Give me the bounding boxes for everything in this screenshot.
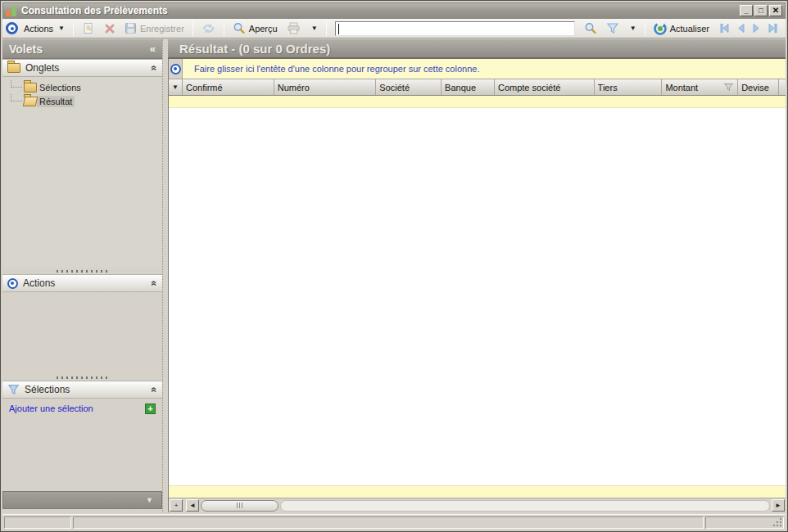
- panel-header-actions[interactable]: Actions «: [2, 274, 162, 292]
- folder-icon: [7, 63, 20, 73]
- collapse-panel-icon[interactable]: «: [149, 65, 161, 71]
- save-floppy-icon: [125, 22, 137, 34]
- first-record-icon[interactable]: [718, 23, 731, 34]
- tree-item-resultat[interactable]: Résultat: [11, 94, 162, 108]
- chevron-down-icon: ▼: [58, 25, 65, 32]
- print-button[interactable]: [283, 20, 304, 36]
- result-pane: Résultat - (0 sur 0 Ordres) Faire glisse…: [168, 39, 786, 512]
- sync-button[interactable]: [198, 20, 219, 36]
- column-header-numero[interactable]: Numéro: [274, 79, 377, 95]
- printer-icon: [287, 22, 301, 34]
- grid-filter-row[interactable]: [169, 96, 786, 108]
- filter-button[interactable]: [603, 20, 623, 36]
- delete-button[interactable]: [101, 21, 119, 36]
- chevron-down-icon: ▼: [146, 496, 153, 504]
- column-header-societe[interactable]: Société: [376, 79, 442, 95]
- toolbar: Actions ▼ Enregistrer: [2, 19, 786, 38]
- save-button[interactable]: Enregistrer: [121, 20, 188, 36]
- delete-x-icon: [104, 23, 115, 34]
- grid-header-row: ▼ Confirmé Numéro Société Banque Compte …: [169, 79, 786, 96]
- selections-panel-body: [2, 418, 162, 491]
- last-record-icon[interactable]: [767, 23, 779, 34]
- volets-title: Volets: [9, 43, 150, 56]
- panel-header-onglets[interactable]: Onglets «: [2, 59, 162, 77]
- add-selection-link[interactable]: Ajouter une sélection: [9, 404, 145, 413]
- scrollbar-track[interactable]: [280, 500, 770, 512]
- group-by-panel: Faire glisser ici l'entête d'une colonne…: [169, 59, 786, 79]
- grid-new-row[interactable]: [169, 485, 786, 498]
- column-header-confirme[interactable]: Confirmé: [183, 79, 274, 95]
- sidebar-splitter[interactable]: [162, 39, 168, 512]
- collapse-panel-icon[interactable]: «: [149, 387, 161, 393]
- grid-bullseye-icon: [170, 64, 181, 74]
- panel-splitter[interactable]: [2, 374, 162, 381]
- add-row-button[interactable]: +: [170, 499, 183, 512]
- search-button[interactable]: [581, 20, 600, 37]
- search-input[interactable]: [335, 21, 575, 36]
- filter-funnel-icon: [7, 384, 20, 395]
- orders-grid: Faire glisser ici l'entête d'une colonne…: [168, 59, 786, 512]
- chevron-down-icon: ▼: [630, 25, 636, 32]
- column-header-compte-societe[interactable]: Compte société: [495, 79, 595, 95]
- column-filter-icon[interactable]: [723, 83, 734, 92]
- actions-menu-button[interactable]: Actions ▼: [20, 22, 68, 35]
- column-header-devise[interactable]: Devise: [738, 79, 779, 95]
- scroll-right-button[interactable]: ►: [772, 499, 785, 512]
- actions-bullseye-icon: [7, 278, 18, 289]
- tree-item-selections[interactable]: Sélections: [11, 80, 162, 94]
- result-title: Résultat - (0 sur 0 Ordres): [179, 42, 330, 56]
- actions-bullseye-icon: [6, 22, 18, 34]
- chevron-down-icon: ▼: [172, 83, 179, 91]
- column-header-montant[interactable]: Montant: [662, 79, 738, 95]
- chevron-down-icon: ▼: [311, 25, 318, 32]
- row-selector-header[interactable]: ▼: [169, 79, 183, 95]
- column-header-tiers[interactable]: Tiers: [595, 79, 663, 95]
- scroll-left-button[interactable]: ◄: [186, 499, 199, 512]
- sync-arrows-icon: [202, 22, 215, 34]
- sidebar-volets: Volets « Onglets « Sélections Résultat: [2, 39, 162, 512]
- folder-closed-icon: [24, 83, 37, 92]
- status-bar: [2, 514, 786, 530]
- titlebar: Consultation des Prélèvements _ □ ✕: [2, 2, 786, 19]
- group-by-hint[interactable]: Faire glisser ici l'entête d'une colonne…: [183, 59, 786, 79]
- next-record-icon[interactable]: [751, 23, 762, 34]
- horizontal-scrollbar: + ◄ ►: [169, 498, 786, 512]
- collapse-sidebar-button[interactable]: «: [150, 43, 156, 55]
- status-cell-middle: [73, 516, 704, 529]
- new-item-button[interactable]: [79, 20, 98, 37]
- new-document-icon: [82, 22, 95, 35]
- sidebar-footer-bar[interactable]: ▼: [2, 491, 162, 509]
- result-header: Résultat - (0 sur 0 Ordres): [168, 39, 786, 59]
- resize-grip-icon[interactable]: [772, 517, 782, 527]
- panel-splitter[interactable]: [2, 268, 162, 274]
- folder-open-icon: [24, 97, 37, 106]
- minimize-button[interactable]: _: [740, 5, 753, 16]
- magnifier-icon: [233, 22, 246, 35]
- maximize-button[interactable]: □: [754, 5, 768, 16]
- status-cell-right: [705, 516, 784, 529]
- close-button[interactable]: ✕: [769, 5, 782, 16]
- actions-panel-body: [2, 292, 162, 374]
- previous-record-icon[interactable]: [736, 23, 746, 34]
- column-header-banque[interactable]: Banque: [442, 79, 495, 95]
- status-cell-left: [4, 516, 71, 529]
- scrollbar-thumb[interactable]: [201, 500, 279, 512]
- collapse-panel-icon[interactable]: «: [149, 281, 161, 286]
- add-selection-row: Ajouter une sélection +: [2, 399, 162, 418]
- app-icon: [6, 6, 17, 16]
- onglets-tree: Sélections Résultat: [2, 77, 162, 268]
- apercu-button[interactable]: Aperçu: [229, 20, 281, 37]
- volets-header: Volets «: [2, 39, 162, 59]
- app-window: Consultation des Prélèvements _ □ ✕ Acti…: [0, 0, 788, 532]
- actualiser-button[interactable]: Actualiser: [650, 20, 713, 37]
- window-title: Consultation des Prélèvements: [21, 5, 738, 16]
- column-header-truncated[interactable]: D: [779, 79, 786, 95]
- filter-dropdown-button[interactable]: ▼: [625, 23, 640, 34]
- print-dropdown-button[interactable]: ▼: [306, 23, 321, 34]
- panel-header-selections[interactable]: Sélections «: [2, 381, 162, 399]
- search-magnifier-icon: [584, 22, 597, 35]
- add-selection-plus-button[interactable]: +: [145, 404, 156, 414]
- grid-empty-body[interactable]: [169, 108, 786, 485]
- record-navigation: [718, 23, 779, 34]
- refresh-icon: [654, 22, 667, 35]
